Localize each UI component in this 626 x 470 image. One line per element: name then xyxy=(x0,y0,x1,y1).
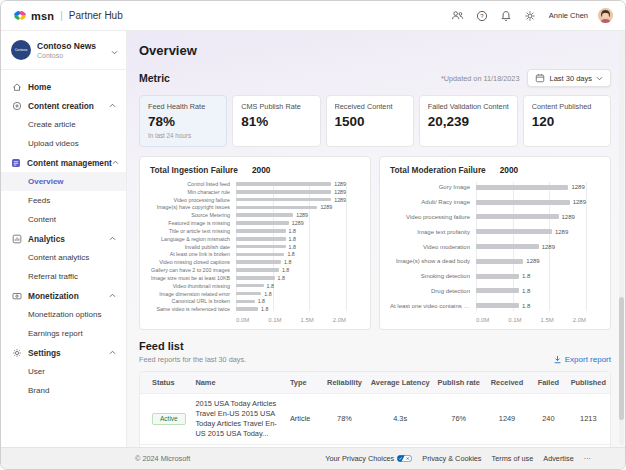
chart-bar xyxy=(236,182,331,186)
user-avatar[interactable] xyxy=(598,8,613,23)
column-header-failed[interactable]: Failed xyxy=(530,372,567,394)
feed-publish-rate: 76% xyxy=(434,444,484,447)
main-content: Overview Metric *Updated on 11/18/2023 L… xyxy=(127,31,625,447)
footer-link-advertise[interactable]: Advertise xyxy=(543,454,573,463)
vertical-scrollbar[interactable] xyxy=(619,33,624,445)
chart-bar-row: Control listed feed 1289 xyxy=(150,180,360,188)
footer-link-privacy-cookies[interactable]: Privacy & Cookies xyxy=(422,454,481,463)
sidebar-item-earnings-report[interactable]: Earnings report xyxy=(1,324,126,343)
org-subtitle: Contoso xyxy=(37,52,105,59)
sidebar-item-label: Referral traffic xyxy=(28,272,78,281)
metric-label: Feed Health Rate xyxy=(148,102,218,111)
footer-link-terms-of-use[interactable]: Terms of use xyxy=(492,454,534,463)
chart-value-label: 1289 xyxy=(334,181,346,187)
feed-type: Article xyxy=(286,444,322,447)
privacy-choices-icon xyxy=(397,455,412,462)
sidebar-item-content[interactable]: Content xyxy=(1,210,126,229)
sidebar-item-upload-videos[interactable]: Upload videos xyxy=(1,134,126,153)
chart-value-label: 1.8 xyxy=(522,288,530,294)
org-switcher[interactable]: Contoso Contoso News Contoso xyxy=(1,31,126,70)
metric-card-feed-health-rate[interactable]: Feed Health Rate 78% In last 24 hours xyxy=(139,95,227,147)
feed-name: 2015 USA Today Articles Travel En-US 201… xyxy=(191,394,285,445)
sidebar-item-content-management[interactable]: Content management xyxy=(1,153,126,172)
chart-bar xyxy=(476,200,570,205)
metric-label: Failed Validation Content xyxy=(428,102,509,111)
date-range-dropdown[interactable]: Last 30 days xyxy=(527,69,611,87)
sidebar-item-analytics[interactable]: Analytics xyxy=(1,229,126,248)
sidebar-item-settings[interactable]: Settings xyxy=(1,343,126,362)
metric-card-cms-publish-rate[interactable]: CMS Publish Rate 81% xyxy=(232,95,320,147)
metric-card-received-content[interactable]: Received Content 1500 xyxy=(326,95,414,147)
sidebar-item-monetization-options[interactable]: Monetization options xyxy=(1,305,126,324)
chart-bar xyxy=(236,284,264,288)
chevron-up-icon xyxy=(109,103,116,108)
sidebar-item-label: Home xyxy=(28,82,51,92)
feed-avg-latency: 4.3s xyxy=(367,394,434,445)
metric-card-content-published[interactable]: Content Published 120 xyxy=(523,95,611,147)
sidebar-item-monetization[interactable]: Monetization xyxy=(1,286,126,305)
chart-bar xyxy=(476,244,539,249)
contoso-logo: Contoso xyxy=(11,40,31,60)
chart-title: Total Moderation Failure xyxy=(390,165,486,175)
chart-bar xyxy=(236,237,286,241)
chart-plot: Control listed feed 1289 Min character r… xyxy=(150,180,360,313)
product-name: Partner Hub xyxy=(69,10,123,21)
chart-bar xyxy=(476,185,568,190)
feed-type: Article xyxy=(286,394,322,445)
copyright-text: © 2024 Microsoft xyxy=(135,454,190,463)
sidebar-item-overview[interactable]: Overview xyxy=(1,172,126,191)
community-icon[interactable] xyxy=(451,9,465,23)
chart-category-label: Adult/ Racy image xyxy=(390,199,474,205)
metric-label: Content Published xyxy=(532,102,602,111)
feed-row-local-news-06-28[interactable]: Failed Local News 06/28 Article 78% 4.3s… xyxy=(140,444,610,447)
column-header-type[interactable]: Type xyxy=(286,372,322,394)
column-header-reliability[interactable]: Reliability xyxy=(322,372,366,394)
sidebar-item-label: Create article xyxy=(28,120,76,129)
topbar-actions: ? Annie Chen xyxy=(451,8,613,23)
chart-value-label: 1289 xyxy=(334,197,346,203)
feed-received: 1249 xyxy=(484,444,530,447)
chart-value-label: 1.8 xyxy=(258,298,265,304)
chart-bar-row: At least one video contains nudi... 1.8 xyxy=(390,298,600,313)
sidebar-item-brand[interactable]: Brand xyxy=(1,381,126,400)
sidebar-item-content-analytics[interactable]: Content analytics xyxy=(1,248,126,267)
sidebar-item-content-creation[interactable]: Content creation xyxy=(1,96,126,115)
sidebar-item-user[interactable]: User xyxy=(1,362,126,381)
sidebar-item-create-article[interactable]: Create article xyxy=(1,115,126,134)
chart-bar-row: Video processing failure 1289 xyxy=(390,210,600,225)
chart-bar xyxy=(236,300,255,304)
brand-name: msn xyxy=(31,10,54,22)
export-report-link[interactable]: Export report xyxy=(553,355,611,364)
download-icon xyxy=(553,355,562,364)
column-header-average-latency[interactable]: Average Latency xyxy=(367,372,434,394)
sidebar-item-label: Settings xyxy=(28,348,61,358)
sidebar-item-feeds[interactable]: Feeds xyxy=(1,191,126,210)
chart-category-label: Video moderation xyxy=(390,244,474,250)
sidebar-item-home[interactable]: Home xyxy=(1,77,126,96)
column-header-received[interactable]: Received xyxy=(484,372,530,394)
column-header-publish-rate[interactable]: Publish rate xyxy=(434,372,484,394)
metric-card-failed-validation-content[interactable]: Failed Validation Content 20,239 xyxy=(419,95,518,147)
chart-bar xyxy=(236,213,293,217)
chart-category-label: Video processing failure xyxy=(390,214,474,220)
analytics-icon xyxy=(11,233,22,244)
settings-icon[interactable] xyxy=(523,9,537,23)
chart-category-label: Gory Image xyxy=(390,184,474,190)
feed-name: Local News 06/28 xyxy=(191,444,285,447)
chart-value-label: 1289 xyxy=(296,212,308,218)
column-header-status[interactable]: Status xyxy=(140,372,191,394)
footer-link-more-options[interactable]: ··· xyxy=(584,454,591,463)
column-header-published[interactable]: Published xyxy=(567,372,610,394)
footer-link-your-privacy-choices[interactable]: Your Privacy Choices xyxy=(325,454,412,463)
help-icon[interactable]: ? xyxy=(475,9,489,23)
metric-section-title: Metric xyxy=(139,72,170,84)
feed-row-2015-usa-today-artic[interactable]: Active 2015 USA Today Articles Travel En… xyxy=(140,394,610,445)
sidebar-item-referral-traffic[interactable]: Referral traffic xyxy=(1,267,126,286)
chart-bar xyxy=(236,292,261,296)
msn-partner-hub-brand[interactable]: msn | Partner Hub xyxy=(13,10,123,22)
sidebar-item-label: Content analytics xyxy=(28,253,89,262)
column-header-name[interactable]: Name xyxy=(191,372,285,394)
sidebar-item-label: Earnings report xyxy=(28,329,83,338)
scrollbar-thumb[interactable] xyxy=(619,297,624,421)
notifications-icon[interactable] xyxy=(499,9,513,23)
